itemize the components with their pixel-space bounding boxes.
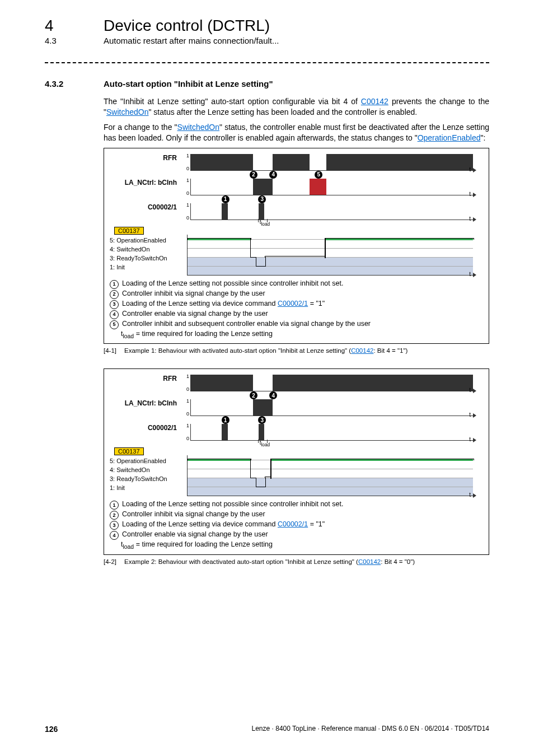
page-number: 126 — [45, 725, 58, 734]
tload-sub: load — [123, 333, 134, 339]
legend-1-icon: 1 — [110, 501, 119, 510]
caption-1-tag: [4-1] — [104, 347, 116, 354]
state-4-label: 4: SwitchedOn — [110, 465, 187, 474]
c00137-tag: C00137 — [114, 447, 144, 455]
state-1-label: 1: Init — [110, 263, 187, 272]
subsection-header: 4.3.2 Auto-start option "Inhibit at Lenz… — [45, 79, 489, 88]
page-footer: 126 Lenze · 8400 TopLine · Reference man… — [45, 725, 489, 734]
chapter-number: 4 — [45, 17, 76, 35]
state-labels: 5: OperationEnabled 4: SwitchedOn 3: Rea… — [110, 235, 187, 276]
legend-4-text: Controller enable via signal change by t… — [122, 530, 268, 540]
legend-3-icon: 3 — [110, 300, 119, 309]
axis-t: t — [469, 492, 471, 498]
marker-1-icon: 1 — [222, 195, 229, 203]
figure-1-caption: [4-1] Example 1: Behaviour with activate… — [104, 347, 489, 354]
la-plot-2: t — [191, 399, 473, 416]
text: For a change to the " — [104, 123, 177, 132]
text: ": — [481, 133, 486, 142]
text: " status after the Lenze setting has bee… — [148, 108, 417, 116]
marker-3-icon: 3 — [258, 195, 266, 203]
tload-sub: load — [261, 442, 270, 447]
legend-1-text: Loading of the Lenze setting not possibl… — [122, 279, 343, 289]
state-1-label: 1: Init — [110, 483, 187, 492]
la-plot: t — [191, 179, 473, 195]
signal-label-cmd: C00002/1 — [110, 203, 180, 220]
subsection-number: 4.3.2 — [45, 79, 76, 88]
cmd-plot: t — [191, 203, 473, 220]
legend-3-icon: 3 — [110, 521, 119, 530]
paragraph-2: For a change to the "SwitchedOn" status,… — [104, 122, 489, 143]
legend-5-icon: 5 — [110, 320, 119, 329]
cmd-plot-2: t — [191, 424, 473, 441]
signal-label-la: LA_NCtrl: bCInh — [110, 179, 180, 195]
divider — [45, 62, 489, 63]
marker-3-icon: 3 — [258, 416, 266, 424]
marker-2-icon: 2 — [250, 171, 257, 179]
state-3-label: 3: ReadyToSwitchOn — [110, 474, 187, 483]
figure-2-legend: 1Loading of the Lenze setting not possib… — [110, 500, 483, 551]
link-c00002[interactable]: C00002/1 — [278, 520, 308, 528]
legend-4-icon: 4 — [110, 310, 119, 319]
legend-2-icon: 2 — [110, 290, 119, 299]
marker-5-icon: 5 — [315, 171, 322, 179]
legend-3-text: Loading of the Lenze setting via device … — [122, 300, 278, 307]
breadcrumb-title: Automatic restart after mains connection… — [104, 36, 279, 45]
signal-label-cmd: C00002/1 — [110, 424, 180, 441]
legend-3-text: Loading of the Lenze setting via device … — [122, 520, 278, 528]
signal-label-la: LA_NCtrl: bCInh — [110, 399, 180, 416]
legend-4-text: Controller enable via signal change by t… — [122, 309, 268, 319]
tload-desc: = time required for loading the Lenze se… — [134, 330, 273, 338]
c00137-tag: C00137 — [114, 227, 144, 235]
link-c00142[interactable]: C00142 — [351, 347, 373, 354]
marker-1-icon: 1 — [222, 416, 229, 424]
signal-label-rfr: RFR — [110, 375, 180, 391]
link-c00002[interactable]: C00002/1 — [278, 300, 308, 307]
paragraph-1: The "Inhibit at Lenze setting" auto-star… — [104, 96, 489, 118]
tload-sub: load — [123, 544, 134, 550]
tload-desc: = time required for loading the Lenze se… — [134, 540, 273, 548]
link-operationenabled[interactable]: OperationEnabled — [418, 133, 481, 142]
figure-2: RFR 10 t 2 4 LA_NCtrl: bCInh 10 — [104, 368, 489, 555]
caption-2-tag: [4-2] — [104, 558, 116, 565]
legend-2-text: Controller inhibit via signal change by … — [122, 289, 265, 299]
caption-2-suffix: : Bit 4 = "0") — [381, 558, 415, 565]
legend-3-suffix: = "1" — [308, 520, 325, 528]
legend-2-text: Controller inhibit via signal change by … — [122, 510, 265, 520]
footer-info: Lenze · 8400 TopLine · Reference manual … — [252, 725, 489, 734]
link-switchedon[interactable]: SwitchedOn — [106, 108, 148, 116]
state-3-label: 3: ReadyToSwitchOn — [110, 254, 187, 263]
state-plot-1: t — [187, 235, 473, 276]
figure-1: RFR 10 t 2 4 5 LA_NCtrl: — [104, 148, 489, 344]
link-c00142[interactable]: C00142 — [361, 97, 388, 106]
legend-4-icon: 4 — [110, 531, 119, 540]
tload-sub: load — [261, 221, 270, 227]
rfr-plot: t — [191, 154, 473, 171]
caption-1-suffix: : Bit 4 = "1") — [373, 347, 407, 354]
legend-1-text: Loading of the Lenze setting not possibl… — [122, 500, 343, 510]
caption-1-text: Example 1: Behaviour with activated auto… — [124, 347, 351, 354]
link-c00142[interactable]: C00142 — [358, 558, 381, 565]
legend-3-suffix: = "1" — [308, 300, 325, 307]
legend-1-icon: 1 — [110, 280, 119, 289]
state-plot-2: t — [187, 455, 473, 496]
legend-2-icon: 2 — [110, 511, 119, 520]
caption-2-text: Example 2: Behaviour with deactivated au… — [124, 558, 358, 565]
state-5-label: 5: OperationEnabled — [110, 236, 187, 245]
subsection-title: Auto-start option "Inhibit at Lenze sett… — [104, 79, 273, 88]
figure-2-caption: [4-2] Example 2: Behaviour with deactiva… — [104, 558, 489, 565]
breadcrumb-number: 4.3 — [45, 36, 76, 45]
axis-t: t — [469, 271, 471, 277]
marker-4-icon: 4 — [269, 171, 277, 179]
marker-4-icon: 4 — [269, 391, 277, 399]
state-labels: 5: OperationEnabled 4: SwitchedOn 3: Rea… — [110, 455, 187, 496]
figure-1-legend: 1Loading of the Lenze setting not possib… — [110, 279, 483, 340]
chapter-header: 4 Device control (DCTRL) — [45, 17, 489, 35]
state-4-label: 4: SwitchedOn — [110, 245, 187, 254]
link-switchedon[interactable]: SwitchedOn — [177, 123, 219, 132]
section-breadcrumb: 4.3 Automatic restart after mains connec… — [45, 36, 489, 45]
state-5-label: 5: OperationEnabled — [110, 456, 187, 465]
marker-2-icon: 2 — [250, 391, 257, 399]
rfr-plot-2: t — [191, 375, 473, 391]
legend-5-text: Controller inhibit and subsequent contro… — [122, 319, 371, 329]
text: The "Inhibit at Lenze setting" auto-star… — [104, 97, 361, 106]
